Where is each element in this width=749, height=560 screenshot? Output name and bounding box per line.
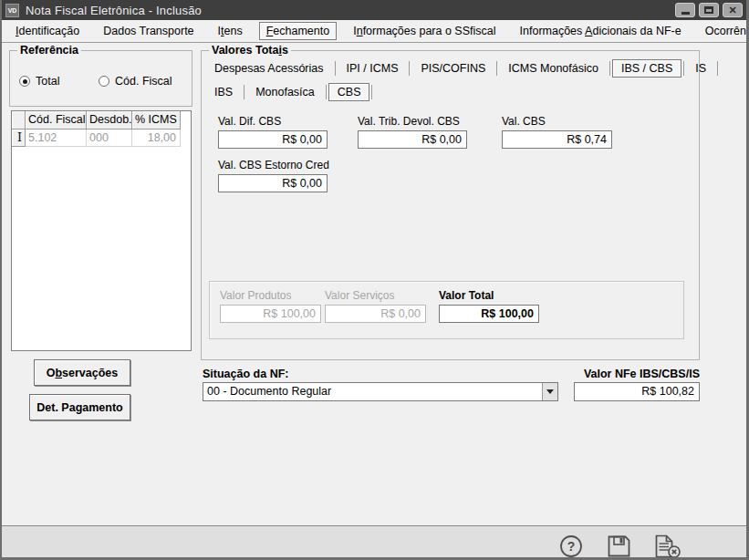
val-cbs-estorno-cred-field: Val. CBS Estorno Cred R$ 0,00 bbox=[218, 159, 328, 192]
tab-fechamento[interactable]: Fechamento bbox=[259, 22, 338, 40]
cell-icms: 18,00 bbox=[132, 130, 181, 147]
maximize-icon bbox=[704, 6, 713, 14]
det-pagamento-button[interactable]: Det. Pagamento bbox=[29, 394, 130, 420]
valores-tabstrip-row1: Despesas Acessórias IPI / ICMS PIS/COFIN… bbox=[205, 57, 720, 79]
app-icon: VD bbox=[5, 4, 19, 17]
valor-total-field: Valor Total R$ 100,00 bbox=[439, 289, 539, 323]
radio-total-icon bbox=[19, 76, 30, 87]
valores-tabstrip-row2: IBS Monofasíca CBS bbox=[205, 81, 374, 103]
valor-total-label: Valor Total bbox=[439, 289, 539, 302]
valor-total-input: R$ 100,00 bbox=[439, 305, 539, 323]
cancel-document-button[interactable] bbox=[653, 534, 682, 560]
grid-header-desdob: Desdob. bbox=[87, 111, 132, 130]
valor-servicos-field: Valor Serviços R$ 0,00 bbox=[325, 289, 426, 323]
grid-header-cod-fiscal: Cód. Fiscal bbox=[26, 111, 87, 130]
situacao-label: Situação da NF: bbox=[203, 368, 288, 380]
valores-totais-title: Valores Totais bbox=[209, 44, 291, 57]
window-title: Nota Fiscal Eletrônica - Inclusão bbox=[26, 4, 202, 17]
tab-dados-transporte[interactable]: Dados Transporte bbox=[93, 22, 203, 40]
close-icon: ✕ bbox=[728, 5, 736, 16]
cell-cod-fiscal: 5.102 bbox=[26, 130, 87, 147]
cod-fiscal-grid[interactable]: Cód. Fiscal Desdob. % ICMS I 5.102 000 1… bbox=[11, 110, 192, 351]
help-icon: ? bbox=[559, 534, 583, 558]
tab-identificacao[interactable]: Identificação bbox=[5, 22, 89, 40]
subtab-ipi-icms[interactable]: IPI / ICMS bbox=[338, 59, 408, 78]
minimize-button[interactable] bbox=[675, 3, 695, 17]
close-button[interactable]: ✕ bbox=[723, 3, 743, 17]
val-cbs-estorno-cred-input[interactable]: R$ 0,00 bbox=[218, 174, 328, 192]
tab-informacoes-adicionais[interactable]: Informações Adicionais da NF-e bbox=[510, 22, 692, 40]
footer-bar bbox=[2, 526, 746, 560]
row-marker-cursor-icon: I bbox=[12, 130, 26, 147]
val-dif-cbs-input[interactable]: R$ 0,00 bbox=[218, 130, 328, 149]
valor-nfe-label: Valor NFe IBS/CBS/IS bbox=[549, 368, 700, 380]
valores-totais-group: Valores Totais Despesas Acessórias IPI /… bbox=[201, 50, 700, 360]
radio-total-label: Total bbox=[36, 75, 59, 88]
totals-summary-panel: Valor Produtos R$ 100,00 Valor Serviços … bbox=[209, 281, 684, 339]
radio-cod-fiscal-icon bbox=[99, 76, 109, 87]
valor-produtos-input: R$ 100,00 bbox=[220, 305, 321, 323]
save-button[interactable] bbox=[607, 534, 631, 560]
window-controls: ✕ bbox=[675, 3, 743, 17]
valor-servicos-label: Valor Serviços bbox=[325, 289, 426, 302]
subtab-ibs[interactable]: IBS bbox=[205, 83, 242, 101]
val-cbs-field: Val. CBS R$ 0,74 bbox=[502, 115, 612, 149]
maximize-button[interactable] bbox=[699, 3, 719, 17]
referencia-group: Referência Total Cód. Fiscal bbox=[9, 50, 192, 107]
table-row[interactable]: I 5.102 000 18,00 bbox=[12, 130, 191, 147]
minimize-icon bbox=[681, 12, 690, 15]
val-trib-devol-cbs-field: Val. Trib. Devol. CBS R$ 0,00 bbox=[358, 115, 467, 149]
grid-header-row: Cód. Fiscal Desdob. % ICMS bbox=[12, 111, 191, 130]
subtab-cbs[interactable]: CBS bbox=[328, 83, 370, 101]
subtab-pis-cofins[interactable]: PIS/COFINS bbox=[411, 59, 494, 78]
val-dif-cbs-field: Val. Dif. CBS R$ 0,00 bbox=[218, 115, 328, 149]
val-trib-devol-cbs-input[interactable]: R$ 0,00 bbox=[358, 130, 467, 149]
valor-produtos-label: Valor Produtos bbox=[220, 289, 321, 302]
val-cbs-input[interactable]: R$ 0,74 bbox=[502, 130, 612, 149]
save-icon bbox=[607, 534, 631, 558]
chevron-down-icon bbox=[546, 389, 554, 394]
val-cbs-estorno-cred-label: Val. CBS Estorno Cred bbox=[218, 159, 328, 171]
radio-total[interactable]: Total bbox=[19, 75, 59, 88]
tab-itens[interactable]: Itens bbox=[208, 22, 253, 40]
val-cbs-label: Val. CBS bbox=[502, 115, 612, 128]
situacao-combobox[interactable]: 00 - Documento Regular bbox=[203, 382, 558, 401]
subtab-despesas-acessorias[interactable]: Despesas Acessórias bbox=[205, 59, 333, 78]
situacao-value: 00 - Documento Regular bbox=[203, 383, 542, 400]
combo-dropdown-button[interactable] bbox=[542, 383, 557, 400]
grid-header-marker bbox=[12, 111, 26, 130]
svg-text:?: ? bbox=[567, 539, 576, 554]
subtab-monofasica[interactable]: Monofasíca bbox=[246, 83, 324, 101]
val-trib-devol-cbs-label: Val. Trib. Devol. CBS bbox=[358, 115, 467, 128]
nota-fiscal-dialog: VD Nota Fiscal Eletrônica - Inclusão ✕ I… bbox=[0, 0, 749, 560]
radio-cod-fiscal[interactable]: Cód. Fiscal bbox=[99, 75, 172, 88]
valor-nfe-input[interactable]: R$ 100,82 bbox=[574, 382, 700, 401]
valor-produtos-field: Valor Produtos R$ 100,00 bbox=[220, 289, 321, 323]
subtab-ibs-cbs[interactable]: IBS / CBS bbox=[612, 59, 681, 78]
cancel-document-icon bbox=[653, 534, 682, 559]
tab-informacoes-ssfiscal[interactable]: Informações para o SSfiscal bbox=[343, 22, 505, 40]
referencia-title: Referência bbox=[17, 44, 81, 57]
main-tabstrip: Identificação Dados Transporte Itens Fec… bbox=[2, 20, 746, 43]
subtab-is[interactable]: IS bbox=[686, 59, 715, 78]
cell-desdob: 000 bbox=[87, 130, 132, 147]
radio-cod-fiscal-label: Cód. Fiscal bbox=[115, 75, 172, 88]
grid-header-icms: % ICMS bbox=[132, 111, 181, 130]
valor-servicos-input: R$ 0,00 bbox=[325, 305, 426, 323]
observacoes-button[interactable]: Observações bbox=[34, 359, 130, 386]
tab-ocorrencias[interactable]: Ocorrências bbox=[695, 22, 749, 40]
titlebar: VD Nota Fiscal Eletrônica - Inclusão ✕ bbox=[2, 0, 746, 20]
val-dif-cbs-label: Val. Dif. CBS bbox=[218, 115, 328, 128]
help-button[interactable]: ? bbox=[559, 534, 583, 560]
subtab-icms-monofasico[interactable]: ICMS Monofásico bbox=[499, 59, 608, 78]
